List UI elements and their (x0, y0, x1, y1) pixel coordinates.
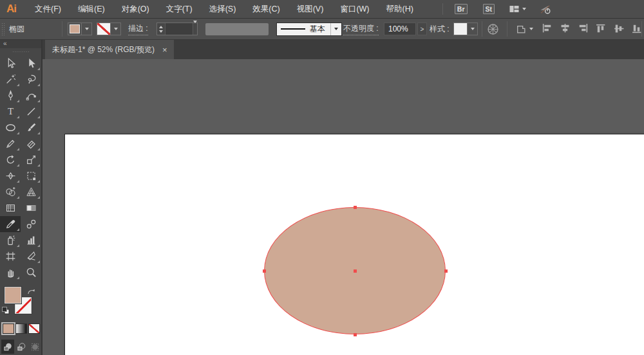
chevron-down-icon[interactable] (111, 23, 120, 35)
color-type-buttons (0, 323, 41, 334)
lasso-tool[interactable] (21, 71, 41, 87)
mesh-tool[interactable] (0, 200, 21, 216)
menu-select[interactable]: 选择(S) (201, 0, 245, 19)
fill-color-swatch[interactable] (68, 23, 82, 35)
controlbar-divider (482, 21, 482, 37)
paintbrush-tool[interactable] (21, 120, 41, 136)
chevron-down-icon[interactable] (330, 23, 341, 35)
graphic-style-swatch[interactable] (454, 23, 468, 35)
zoom-tool[interactable] (21, 264, 41, 280)
tools-panel: « T (0, 40, 43, 355)
stroke-profile-label: 基本 (310, 24, 325, 35)
artboard-tool[interactable] (0, 248, 21, 264)
eraser-tool[interactable] (21, 136, 41, 152)
none-button[interactable] (28, 323, 40, 334)
horizontal-align-left-icon[interactable] (542, 23, 553, 35)
rotate-tool[interactable] (0, 152, 21, 168)
ellipse-tool[interactable] (0, 120, 21, 136)
anchor-point[interactable] (263, 269, 266, 273)
toolbar-collapse-button[interactable]: « (0, 40, 41, 48)
shape-builder-tool[interactable] (0, 184, 21, 200)
free-transform-tool[interactable] (21, 168, 41, 184)
controlbar-divider (641, 21, 642, 37)
controlbar-grip[interactable] (1, 23, 6, 35)
draw-behind-mode[interactable] (15, 340, 28, 354)
stock-button[interactable]: St (483, 4, 495, 14)
illustrator-logo: Ai (6, 3, 16, 15)
gradient-button[interactable] (15, 323, 27, 334)
recolor-artwork-icon[interactable] (487, 19, 499, 39)
menu-type[interactable]: 文字(T) (158, 0, 201, 19)
menu-file[interactable]: 文件(F) (26, 0, 70, 19)
magic-wand-tool[interactable] (0, 71, 21, 87)
opacity-label[interactable]: 不透明度 : (343, 19, 379, 39)
menu-view[interactable]: 视图(V) (289, 0, 332, 19)
perspective-grid-tool[interactable] (21, 184, 41, 200)
slice-tool[interactable] (21, 248, 41, 264)
pasteboard[interactable] (43, 59, 644, 355)
anchor-point[interactable] (354, 333, 357, 336)
chevron-down-icon[interactable] (193, 23, 197, 35)
align-to-selection-icon[interactable] (515, 19, 533, 39)
graph-tool[interactable] (21, 232, 41, 248)
stroke-profile-preview (281, 28, 305, 30)
chevron-down-icon[interactable] (82, 23, 91, 35)
workspace-switcher-icon[interactable] (509, 4, 526, 14)
graphic-style-dropdown[interactable] (453, 23, 478, 35)
draw-normal-mode[interactable] (1, 340, 14, 354)
opacity-input[interactable]: 100% (384, 23, 416, 35)
menu-object[interactable]: 对象(O) (113, 0, 158, 19)
fill-color-dropdown[interactable] (68, 23, 92, 35)
horizontal-align-center-icon[interactable] (560, 23, 571, 35)
opacity-expand-button[interactable]: > (417, 23, 427, 35)
fill-swatch[interactable] (5, 287, 21, 304)
toolbar-grip[interactable] (0, 48, 41, 55)
anchor-point[interactable] (444, 269, 448, 273)
selection-tool[interactable] (0, 55, 21, 71)
hand-tool[interactable] (0, 264, 21, 280)
gpu-performance-icon[interactable] (539, 4, 552, 15)
default-fill-stroke-icon[interactable] (1, 306, 10, 318)
type-tool[interactable]: T (0, 104, 21, 120)
width-tool[interactable] (0, 168, 21, 184)
scale-tool[interactable] (21, 152, 41, 168)
menu-help[interactable]: 帮助(H) (378, 0, 422, 19)
eyedropper-tool[interactable] (0, 216, 21, 232)
line-segment-tool[interactable] (21, 104, 41, 120)
color-button[interactable] (3, 323, 14, 334)
pen-tool[interactable] (0, 87, 21, 104)
tool-grid: T (0, 55, 41, 280)
pencil-tool[interactable] (0, 136, 21, 152)
anchor-point[interactable] (354, 206, 357, 209)
align-buttons (542, 19, 643, 39)
direct-selection-tool[interactable] (21, 55, 41, 71)
illustrator-window: Ai 文件(F)编辑(E)对象(O)文字(T)选择(S)效果(C)视图(V)窗口… (0, 0, 644, 355)
drawing-mode-buttons (0, 340, 41, 355)
menu-window[interactable]: 窗口(W) (332, 0, 377, 19)
stroke-weight-control (156, 23, 198, 35)
menu-edit[interactable]: 编辑(E) (70, 0, 113, 19)
bridge-button[interactable]: Br (455, 4, 468, 14)
curvature-tool[interactable] (21, 87, 41, 104)
vertical-align-top-icon[interactable] (596, 23, 607, 35)
stroke-weight-input[interactable] (166, 23, 193, 35)
stroke-color-dropdown[interactable] (97, 23, 121, 35)
chevron-down-icon[interactable] (468, 23, 477, 35)
stroke-weight-label[interactable]: 描边 : (128, 19, 148, 39)
menu-effect[interactable]: 效果(C) (244, 0, 288, 19)
stroke-none-swatch[interactable] (97, 23, 111, 35)
center-anchor-point[interactable] (354, 269, 357, 273)
stroke-weight-stepper[interactable] (157, 23, 166, 35)
stroke-profile-dropdown[interactable]: 基本 (276, 23, 342, 36)
controlbar-divider (62, 21, 62, 37)
horizontal-align-right-icon[interactable] (578, 23, 589, 35)
symbol-sprayer-tool[interactable] (0, 232, 21, 248)
document-tab[interactable]: 未标题-1* @ 52% (RGB/预览) × (45, 40, 174, 59)
vertical-align-center-icon[interactable] (614, 23, 625, 35)
main-menus: 文件(F)编辑(E)对象(O)文字(T)选择(S)效果(C)视图(V)窗口(W)… (26, 0, 422, 18)
current-tool-label: 椭圆 (9, 19, 24, 39)
close-icon[interactable]: × (162, 46, 167, 54)
gradient-tool[interactable] (21, 200, 41, 216)
controlbar-divider (507, 21, 507, 37)
blend-tool[interactable] (21, 216, 41, 232)
